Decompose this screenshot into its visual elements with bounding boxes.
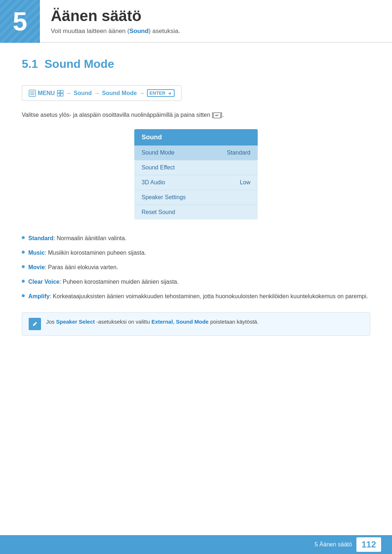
- sound-panel-item: Speaker Settings: [134, 190, 258, 205]
- breadcrumb-enter: ENTER: [147, 89, 175, 97]
- section-heading: 5.1 Sound Mode: [22, 57, 370, 71]
- bullet-text: Music: Musiikin korostaminen puheen sija…: [28, 249, 146, 257]
- sound-panel-header-text: Sound: [142, 134, 162, 141]
- chapter-title: Äänen säätö: [51, 7, 381, 25]
- sound-panel-container: Sound Sound ModeStandardSound Effect3D A…: [22, 129, 370, 219]
- svg-rect-4: [57, 90, 60, 93]
- note-icon: [29, 318, 41, 330]
- note-pencil-icon: [31, 320, 39, 328]
- chapter-number-block: 5: [0, 0, 40, 43]
- bullet-text: Standard: Normaalin äänitilan valinta.: [28, 234, 126, 243]
- bullet-text: Amplify: Korkeataajuuksisten äänien voim…: [28, 292, 368, 301]
- svg-rect-6: [57, 94, 60, 96]
- panel-item-label: 3D Audio: [142, 179, 165, 186]
- list-item: Standard: Normaalin äänitilan valinta.: [22, 234, 370, 243]
- chapter-subtitle: Voit muuttaa laitteen äänen (Sound) aset…: [51, 28, 381, 35]
- breadcrumb-arrow3: →: [139, 90, 145, 97]
- bullet-list: Standard: Normaalin äänitilan valinta.Mu…: [22, 234, 370, 301]
- instruction-text: Valitse asetus ylös- ja alaspäin osoitta…: [22, 112, 370, 118]
- bullet-bold: Movie: [28, 264, 45, 270]
- panel-item-value: Standard: [227, 149, 250, 156]
- sound-panel-item: Reset Sound: [134, 205, 258, 219]
- chapter-banner: 5 Äänen säätö Voit muuttaa laitteen ääne…: [0, 0, 392, 43]
- list-item: Clear Voice: Puheen korostaminen muiden …: [22, 278, 370, 286]
- sound-panel-item: Sound ModeStandard: [134, 145, 258, 160]
- breadcrumb-arrow1: →: [66, 90, 72, 97]
- bullet-dot: [22, 251, 25, 254]
- menu-icon-wrapper: MENU: [29, 90, 55, 97]
- footer-chapter-label: 5 Äänen säätö: [315, 541, 352, 548]
- panel-item-label: Sound Effect: [142, 164, 175, 171]
- bullet-dot: [22, 236, 25, 239]
- chapter-number: 5: [13, 8, 27, 34]
- bullet-bold: Clear Voice: [28, 279, 60, 285]
- panel-item-label: Sound Mode: [142, 149, 175, 156]
- panel-item-value: Low: [240, 179, 250, 186]
- nav-breadcrumb: MENU → Sound → Sound Mode → ENTER: [22, 85, 181, 101]
- sound-panel-items: Sound ModeStandardSound Effect3D AudioLo…: [134, 145, 258, 219]
- sound-panel-item: Sound Effect: [134, 160, 258, 175]
- bullet-dot: [22, 294, 25, 297]
- note-bold3: Sound Mode: [176, 319, 209, 325]
- sound-panel-item: 3D AudioLow: [134, 175, 258, 190]
- svg-rect-7: [61, 94, 63, 96]
- panel-item-label: Reset Sound: [142, 209, 175, 216]
- sound-panel: Sound Sound ModeStandardSound Effect3D A…: [134, 129, 258, 219]
- note-text: Jos Speaker Select -asetukseksi on valit…: [46, 318, 258, 326]
- bullet-text: Clear Voice: Puheen korostaminen muiden …: [28, 278, 179, 286]
- breadcrumb-arrow2: →: [94, 90, 100, 97]
- breadcrumb-sound: Sound: [74, 90, 92, 97]
- chapter-title-block: Äänen säätö Voit muuttaa laitteen äänen …: [40, 0, 392, 43]
- section-number: 5.1: [22, 57, 38, 71]
- list-item: Music: Musiikin korostaminen puheen sija…: [22, 249, 370, 257]
- svg-rect-5: [61, 90, 63, 93]
- grid-icon: [57, 90, 64, 97]
- bullet-dot: [22, 265, 25, 268]
- list-item: Movie: Paras ääni elokuvia varten.: [22, 263, 370, 272]
- footer-page-number: 112: [356, 537, 381, 552]
- note-bold1: Speaker Select: [56, 319, 95, 325]
- section-title: Sound Mode: [44, 57, 114, 71]
- breadcrumb-soundmode: Sound Mode: [102, 90, 137, 97]
- main-content: 5.1 Sound Mode MENU → Sound → Sound Mode…: [0, 57, 392, 336]
- bullet-bold: Music: [28, 250, 45, 256]
- enter-arrow-icon: [168, 91, 172, 96]
- note-bold2: External: [151, 319, 173, 325]
- page-footer: 5 Äänen säätö 112: [0, 535, 392, 554]
- sound-panel-header: Sound: [134, 129, 258, 145]
- bullet-text: Movie: Paras ääni elokuvia varten.: [28, 263, 118, 272]
- menu-settings-icon: [29, 90, 36, 97]
- bullet-bold: Amplify: [28, 293, 50, 299]
- bullet-dot: [22, 280, 25, 283]
- panel-item-label: Speaker Settings: [142, 194, 186, 201]
- note-box: Jos Speaker Select -asetukseksi on valit…: [22, 312, 370, 336]
- list-item: Amplify: Korkeataajuuksisten äänien voim…: [22, 292, 370, 301]
- breadcrumb-menu: MENU: [38, 90, 55, 97]
- bullet-bold: Standard: [28, 235, 53, 241]
- enter-icon-inline: ↵: [213, 112, 221, 118]
